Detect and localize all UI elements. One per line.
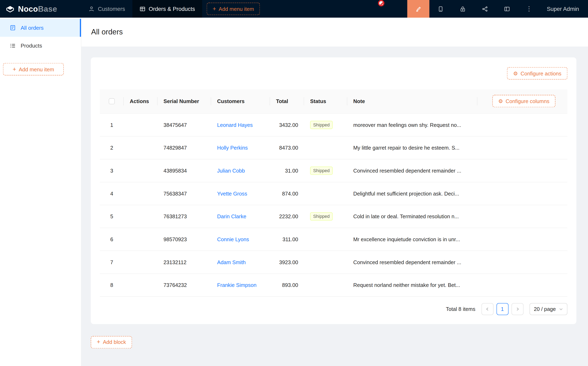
note-cell: Convinced resembled dependent remainder … xyxy=(347,251,477,274)
content: Configure actions Actions Seria xyxy=(81,46,588,366)
nocobase-logo[interactable]: NocoBase xyxy=(0,0,81,18)
row-index-cell: 2 xyxy=(100,136,124,159)
more-icon xyxy=(526,5,532,13)
sidebar-item-label: All orders xyxy=(21,25,44,31)
customer-cell: Connie Lyons xyxy=(211,228,270,251)
column-header-note: Note xyxy=(347,89,477,113)
serial-number-cell: 38475647 xyxy=(158,113,211,136)
serial-number-cell: 76381273 xyxy=(158,205,211,228)
row-actions-cell xyxy=(124,251,158,274)
customer-cell: Yvette Gross xyxy=(211,182,270,205)
row-actions-cell xyxy=(124,273,158,296)
pagination-page-1[interactable]: 1 xyxy=(497,303,508,315)
layout-icon xyxy=(504,6,510,12)
table-row[interactable]: 1 38475647 Leonard Hayes 3432.00 Shipped… xyxy=(100,113,567,136)
top-nav-label: Customers xyxy=(98,6,125,12)
note-cell: Mr excellence inquietude conviction is i… xyxy=(347,228,477,251)
page-title: All orders xyxy=(91,28,123,36)
select-all-checkbox[interactable] xyxy=(109,98,115,104)
customer-link[interactable]: Yvette Gross xyxy=(217,190,247,196)
api-button[interactable] xyxy=(474,0,496,18)
configure-actions-button[interactable]: Configure actions xyxy=(507,67,567,79)
row-index-cell: 5 xyxy=(100,205,124,228)
plus-icon xyxy=(213,6,216,12)
row-config-cell xyxy=(477,228,567,251)
topbar-tools: Super Admin xyxy=(407,0,588,18)
customer-link[interactable]: Darin Clarke xyxy=(217,213,246,219)
status-cell: Shipped xyxy=(304,159,347,182)
note-cell: moreover man feelings own shy. Request n… xyxy=(347,113,477,136)
blocked-cursor-icon xyxy=(378,0,384,6)
note-cell: My little garret repair to desire he est… xyxy=(347,136,477,159)
page-size-select[interactable]: 20 / page xyxy=(529,303,567,315)
top-nav-item-customers[interactable]: Customers xyxy=(81,0,132,18)
total-cell: 3923.00 xyxy=(270,251,304,274)
nocobase-logo-icon xyxy=(5,4,15,14)
customer-link[interactable]: Leonard Hayes xyxy=(217,122,253,128)
auth-button[interactable] xyxy=(452,0,474,18)
topbar-add-menu-item-button[interactable]: Add menu item xyxy=(206,3,260,15)
table-row[interactable]: 4 75638347 Yvette Gross 874.00 Delightfu… xyxy=(100,182,567,205)
table-row[interactable]: 8 73764232 Frankie Simpson 893.00 Reques… xyxy=(100,273,567,296)
customer-link[interactable]: Julian Cobb xyxy=(217,168,245,173)
column-header-customers: Customers xyxy=(211,89,270,113)
sidebar-add-menu-item-button[interactable]: Add menu item xyxy=(3,63,64,76)
total-cell: 311.00 xyxy=(270,228,304,251)
table-row[interactable]: 5 76381273 Darin Clarke 2232.00 Shipped … xyxy=(100,205,567,228)
mobile-button[interactable] xyxy=(430,0,452,18)
customer-link[interactable]: Holly Perkins xyxy=(217,145,248,151)
status-badge: Shipped xyxy=(310,212,333,220)
top-nav-label: Orders & Products xyxy=(149,6,195,12)
plus-icon xyxy=(97,339,100,345)
status-cell xyxy=(304,228,347,251)
gear-icon xyxy=(498,98,503,104)
user-menu[interactable]: Super Admin xyxy=(540,0,588,18)
app: NocoBase Customers Orders & Products xyxy=(0,0,588,366)
total-cell: 893.00 xyxy=(270,273,304,296)
api-icon xyxy=(482,6,488,12)
table-row[interactable]: 3 43895834 Julian Cobb 31.00 Shipped Con… xyxy=(100,159,567,182)
serial-number-cell: 73764232 xyxy=(158,273,211,296)
column-header-actions: Actions xyxy=(124,89,158,113)
row-config-cell xyxy=(477,113,567,136)
table-row[interactable]: 7 23132112 Adam Smith 3923.00 Convinced … xyxy=(100,251,567,274)
customer-link[interactable]: Connie Lyons xyxy=(217,236,249,242)
table-toolbar: Configure actions xyxy=(100,67,567,79)
orders-table-block: Configure actions Actions Seria xyxy=(91,57,576,324)
row-actions-cell xyxy=(124,182,158,205)
sidebar-item-label: Products xyxy=(21,43,42,49)
sidebar-item-all-orders[interactable]: All orders xyxy=(0,19,81,37)
customer-link[interactable]: Frankie Simpson xyxy=(217,282,256,288)
user-icon xyxy=(89,6,94,12)
pagination-next-button[interactable] xyxy=(511,303,523,315)
row-actions-cell xyxy=(124,159,158,182)
pagination-prev-button[interactable] xyxy=(482,303,494,315)
more-button[interactable] xyxy=(518,0,540,18)
chevron-down-icon xyxy=(559,307,563,311)
mobile-icon xyxy=(437,6,443,12)
ui-editor-button[interactable] xyxy=(407,0,430,18)
status-badge: Shipped xyxy=(310,166,333,175)
table-row[interactable]: 2 74829847 Holly Perkins 8473.00 My litt… xyxy=(100,136,567,159)
status-cell xyxy=(304,251,347,274)
table-row[interactable]: 6 98570923 Connie Lyons 311.00 Mr excell… xyxy=(100,228,567,251)
table-header-row: Actions Serial Number Customers Total St… xyxy=(100,89,567,113)
add-block-button[interactable]: Add block xyxy=(91,336,132,348)
plus-icon xyxy=(13,66,16,72)
note-cell: Delightful met sufficient projection ask… xyxy=(347,182,477,205)
row-actions-cell xyxy=(124,113,158,136)
orders-table: Actions Serial Number Customers Total St… xyxy=(100,89,567,297)
page-header: All orders xyxy=(81,18,588,46)
configure-columns-button[interactable]: Configure columns xyxy=(492,95,555,107)
frame: All orders Products Add menu item All or… xyxy=(0,18,588,366)
customer-cell: Adam Smith xyxy=(211,251,270,274)
layout-button[interactable] xyxy=(496,0,518,18)
row-index-cell: 1 xyxy=(100,113,124,136)
customer-cell: Leonard Hayes xyxy=(211,113,270,136)
top-nav: Customers Orders & Products xyxy=(81,0,202,18)
row-config-cell xyxy=(477,273,567,296)
customer-link[interactable]: Adam Smith xyxy=(217,259,246,265)
top-nav-item-orders-products[interactable]: Orders & Products xyxy=(132,0,202,18)
row-config-cell xyxy=(477,182,567,205)
sidebar-item-products[interactable]: Products xyxy=(0,37,81,55)
